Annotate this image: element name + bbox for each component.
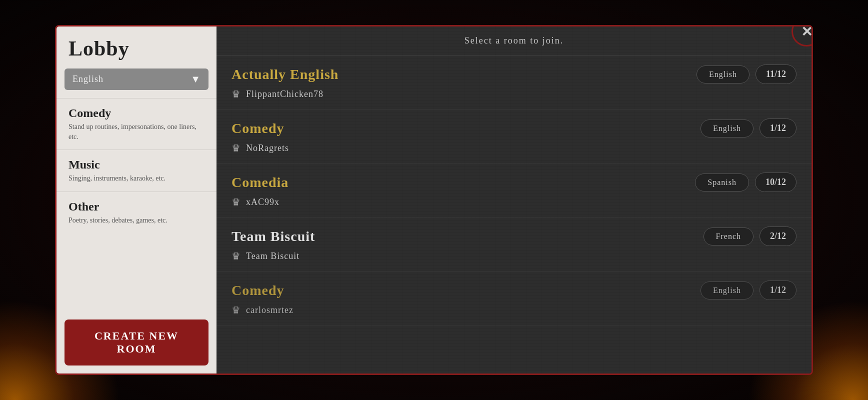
- host-name: Team Biscuit: [246, 251, 300, 262]
- room-item-header: Team Biscuit French 2/12: [232, 226, 796, 246]
- room-badges: English 11/12: [696, 64, 796, 84]
- language-dropdown[interactable]: English ▼: [64, 68, 208, 90]
- room-item-header: Comedy English 1/12: [232, 118, 796, 138]
- count-badge: 1/12: [760, 280, 796, 300]
- count-badge: 10/12: [755, 172, 796, 192]
- host-name: NoRagrets: [246, 143, 289, 154]
- language-badge: French: [704, 228, 754, 246]
- category-name-other: Other: [68, 200, 204, 214]
- language-badge: Spanish: [695, 174, 749, 192]
- room-item-header: Comedia Spanish 10/12: [232, 172, 796, 192]
- room-name: Team Biscuit: [232, 228, 315, 244]
- host-name: xAC99x: [246, 197, 280, 208]
- room-item[interactable]: Actually English English 11/12 ♛ Flippan…: [216, 56, 812, 110]
- host-name: FlippantChicken78: [246, 89, 324, 100]
- chevron-down-icon: ▼: [190, 74, 200, 85]
- crown-icon: ♛: [232, 196, 241, 208]
- create-room-button[interactable]: Create New Room: [64, 320, 208, 366]
- main-header: Select a room to join.: [216, 26, 812, 56]
- room-name: Actually English: [232, 66, 338, 82]
- room-name: Comedy: [232, 120, 284, 136]
- sidebar-title: Lobby: [56, 26, 216, 68]
- category-list: Comedy Stand up routines, impersonations…: [56, 98, 216, 312]
- crown-icon: ♛: [232, 88, 241, 100]
- room-item[interactable]: Team Biscuit French 2/12 ♛ Team Biscuit: [216, 218, 812, 272]
- room-host: ♛ Team Biscuit: [232, 250, 796, 262]
- category-name-music: Music: [68, 158, 204, 172]
- room-list: Actually English English 11/12 ♛ Flippan…: [216, 56, 812, 374]
- room-host: ♛ xAC99x: [232, 196, 796, 208]
- count-badge: 11/12: [756, 64, 796, 84]
- sidebar: Lobby English ▼ Comedy Stand up routines…: [56, 26, 216, 374]
- main-header-text: Select a room to join.: [464, 36, 564, 46]
- language-badge: English: [700, 282, 754, 300]
- category-desc-comedy: Stand up routines, impersonations, one l…: [68, 122, 204, 142]
- room-host: ♛ FlippantChicken78: [232, 88, 796, 100]
- sidebar-item-music[interactable]: Music Singing, instruments, karaoke, etc…: [56, 150, 216, 192]
- room-host: ♛ carlosmrtez: [232, 304, 796, 316]
- room-badges: English 1/12: [700, 280, 796, 300]
- crown-icon: ♛: [232, 250, 241, 262]
- room-item[interactable]: Comedy English 1/12 ♛ NoRagrets: [216, 110, 812, 164]
- room-name: Comedia: [232, 174, 288, 190]
- room-item[interactable]: Comedy English 1/12 ♛ carlosmrtez: [216, 272, 812, 326]
- room-badges: French 2/12: [704, 226, 796, 246]
- room-item-header: Comedy English 1/12: [232, 280, 796, 300]
- count-badge: 1/12: [760, 118, 796, 138]
- lobby-modal: ✕ Lobby English ▼ Comedy Stand up routin…: [55, 25, 813, 375]
- main-panel: Select a room to join. Actually English …: [216, 26, 812, 374]
- room-host: ♛ NoRagrets: [232, 142, 796, 154]
- host-name: carlosmrtez: [246, 305, 294, 316]
- language-badge: English: [700, 120, 754, 138]
- language-value: English: [72, 74, 104, 84]
- room-item[interactable]: Comedia Spanish 10/12 ♛ xAC99x: [216, 164, 812, 218]
- room-name: Comedy: [232, 282, 284, 298]
- category-name-comedy: Comedy: [68, 106, 204, 120]
- sidebar-item-comedy[interactable]: Comedy Stand up routines, impersonations…: [56, 98, 216, 150]
- room-badges: English 1/12: [700, 118, 796, 138]
- category-desc-other: Poetry, stories, debates, games, etc.: [68, 216, 204, 226]
- crown-icon: ♛: [232, 304, 241, 316]
- crown-icon: ♛: [232, 142, 241, 154]
- count-badge: 2/12: [760, 226, 796, 246]
- room-item-header: Actually English English 11/12: [232, 64, 796, 84]
- room-badges: Spanish 10/12: [695, 172, 796, 192]
- language-badge: English: [696, 66, 750, 84]
- category-desc-music: Singing, instruments, karaoke, etc.: [68, 174, 204, 184]
- sidebar-item-other[interactable]: Other Poetry, stories, debates, games, e…: [56, 192, 216, 234]
